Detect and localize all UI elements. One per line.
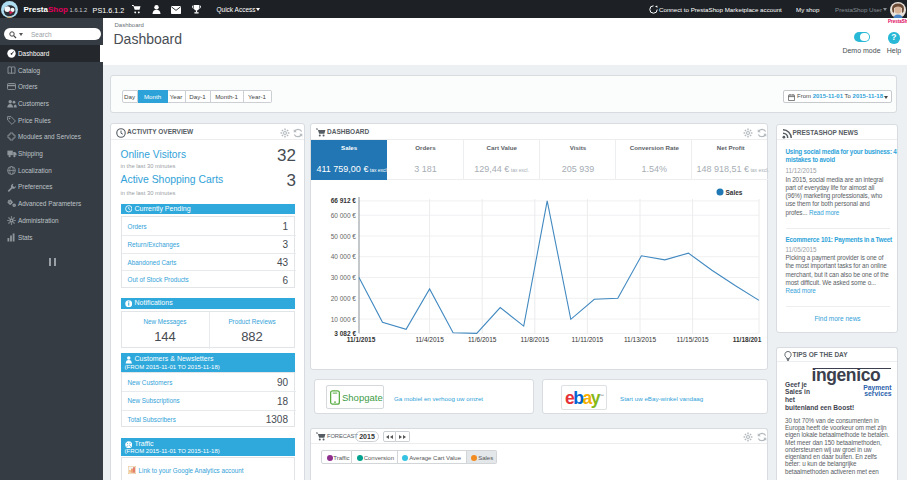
svg-text:66 912 €: 66 912 €: [331, 198, 357, 205]
svg-text:11/1/2015: 11/1/2015: [347, 336, 376, 343]
svg-text:11/15/2015: 11/15/2015: [677, 336, 709, 343]
svg-text:30 000 €: 30 000 €: [331, 274, 357, 281]
svg-text:11/8/2015: 11/8/2015: [521, 336, 550, 343]
svg-text:11/6/2015: 11/6/2015: [468, 336, 497, 343]
svg-text:11/18/201: 11/18/201: [733, 336, 762, 343]
svg-text:50 000 €: 50 000 €: [331, 233, 357, 240]
svg-text:11/11/2015: 11/11/2015: [572, 336, 604, 343]
svg-text:10 000 €: 10 000 €: [331, 316, 357, 323]
svg-text:20 000 €: 20 000 €: [331, 295, 357, 302]
svg-text:Sales: Sales: [726, 189, 743, 196]
svg-text:11/13/2015: 11/13/2015: [624, 336, 656, 343]
svg-text:40 000 €: 40 000 €: [331, 254, 357, 261]
svg-text:11/4/2015: 11/4/2015: [415, 336, 444, 343]
svg-text:60 000 €: 60 000 €: [331, 212, 357, 219]
